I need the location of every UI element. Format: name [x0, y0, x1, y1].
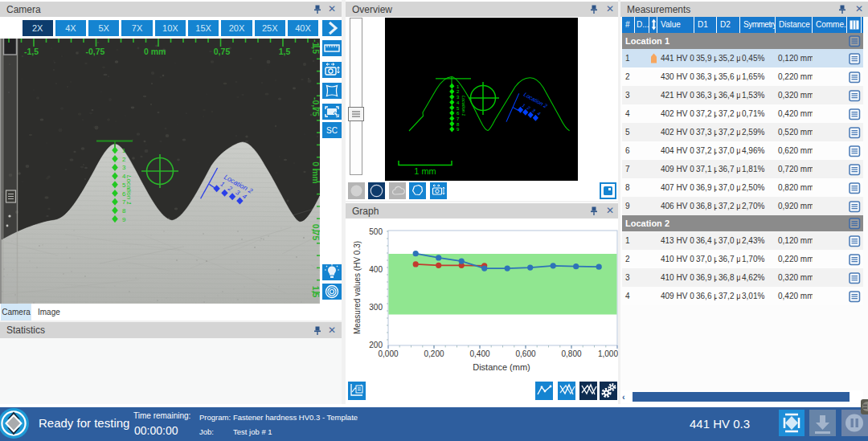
svg-text:0,000: 0,000 [378, 349, 398, 358]
svg-text:0 mm: 0 mm [144, 47, 166, 56]
svg-text:Measured values (HV 0.3): Measured values (HV 0.3) [353, 241, 362, 334]
svg-text:Location 1: Location 1 [125, 175, 133, 205]
svg-text:Location 1: Location 1 [461, 96, 466, 116]
svg-text:300: 300 [369, 303, 383, 312]
svg-text:8: 8 [122, 207, 126, 214]
svg-text:1: 1 [122, 147, 126, 154]
svg-text:-0,75: -0,75 [311, 97, 320, 116]
svg-text:0,800: 0,800 [561, 349, 581, 358]
svg-text:2: 2 [122, 156, 126, 163]
svg-text:0,75: 0,75 [214, 47, 231, 56]
svg-text:3: 3 [122, 164, 126, 171]
svg-text:0,400: 0,400 [469, 349, 489, 358]
svg-text:1,5: 1,5 [279, 47, 291, 56]
svg-text:500: 500 [369, 227, 383, 236]
svg-text:200: 200 [369, 341, 383, 349]
svg-text:0,600: 0,600 [515, 349, 535, 358]
svg-text:-1,5: -1,5 [24, 47, 39, 56]
svg-text:-1,5: -1,5 [311, 39, 320, 54]
svg-text:400: 400 [369, 265, 383, 274]
svg-text:1,000: 1,000 [598, 349, 618, 358]
svg-text:0,200: 0,200 [424, 349, 444, 358]
svg-text:0,75: 0,75 [311, 224, 320, 241]
svg-text:1,5: 1,5 [311, 286, 320, 298]
svg-text:1 mm: 1 mm [414, 166, 436, 176]
svg-text:SC: SC [326, 126, 338, 135]
svg-text:-0,75: -0,75 [86, 47, 105, 56]
svg-text:0 mm: 0 mm [311, 161, 320, 183]
svg-text:9: 9 [122, 216, 126, 223]
svg-text:Distance (mm): Distance (mm) [473, 362, 530, 372]
